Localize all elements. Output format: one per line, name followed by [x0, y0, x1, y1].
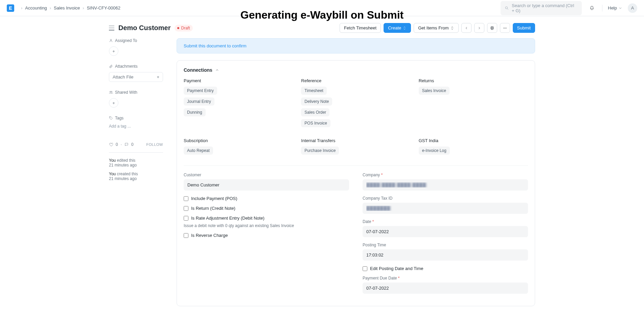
- submit-button[interactable]: Submit: [513, 23, 535, 33]
- divider: [109, 152, 163, 153]
- notifications-button[interactable]: [587, 3, 597, 13]
- add-assignee-button[interactable]: +: [109, 46, 118, 56]
- svg-point-11: [110, 117, 111, 118]
- app-logo[interactable]: E: [7, 4, 14, 12]
- date-input[interactable]: [363, 226, 528, 237]
- company-label: Company *: [363, 173, 528, 177]
- shared-with-label: Shared With: [109, 90, 163, 95]
- chip-einvoice-log[interactable]: e-Invoice Log: [419, 147, 450, 155]
- page-header: Demo Customer Draft Fetch Timesheet Crea…: [109, 23, 535, 33]
- is-rate-adj-label: Is Rate Adjustment Entry (Debit Note): [191, 216, 264, 221]
- breadcrumb-item[interactable]: SINV-CFY-00062: [87, 5, 120, 10]
- help-dropdown[interactable]: Help: [608, 5, 622, 10]
- paperclip-icon: [109, 64, 113, 68]
- company-tax-label: Company Tax ID: [363, 196, 528, 201]
- breadcrumb-item[interactable]: Accounting: [25, 5, 47, 10]
- rate-adj-help: Issue a debit note with 0 qty against an…: [184, 223, 349, 228]
- connections-reference: Reference Timesheet Delivery Note Sales …: [301, 78, 410, 130]
- chip-journal-entry[interactable]: Journal Entry: [184, 97, 214, 106]
- activity-item: You edited this 21 minutes ago: [109, 158, 163, 167]
- company-input[interactable]: [363, 179, 528, 191]
- connections-gst-india: GST India e-Invoice Log: [419, 138, 528, 157]
- connections-header[interactable]: Connections: [184, 67, 528, 73]
- next-button[interactable]: [474, 23, 484, 33]
- payment-due-label: Payment Due Date *: [363, 276, 528, 281]
- chip-delivery-note[interactable]: Delivery Note: [301, 97, 332, 106]
- chip-dunning[interactable]: Dunning: [184, 108, 206, 116]
- chevron-right-icon: [477, 26, 481, 30]
- assigned-to-label: Assigned To: [109, 38, 163, 43]
- prev-button[interactable]: [461, 23, 472, 33]
- posting-time-input[interactable]: [363, 249, 528, 261]
- breadcrumb: › Accounting › Sales Invoice › SINV-CFY-…: [18, 5, 120, 10]
- print-button[interactable]: [487, 23, 497, 33]
- add-share-button[interactable]: +: [109, 98, 118, 108]
- search-input[interactable]: Search or type a command (Ctrl + G): [501, 1, 582, 15]
- comment-icon[interactable]: [124, 142, 129, 147]
- main-content: Submit this document to confirm Connecti…: [177, 38, 535, 306]
- chip-purchase-invoice[interactable]: Purchase Invoice: [301, 147, 339, 155]
- include-payment-checkbox[interactable]: [184, 196, 188, 201]
- customer-input[interactable]: [184, 179, 349, 191]
- posting-time-label: Posting Time: [363, 243, 528, 247]
- chevron-down-icon: [618, 6, 622, 10]
- heart-icon[interactable]: [109, 142, 113, 147]
- plus-icon: +: [157, 74, 159, 80]
- chip-timesheet[interactable]: Timesheet: [301, 87, 327, 95]
- connections-title: Connections: [184, 67, 212, 73]
- edit-posting-checkbox[interactable]: [363, 266, 367, 271]
- payment-due-input[interactable]: [363, 283, 528, 294]
- activity-item: You created this 21 minutes ago: [109, 172, 163, 181]
- is-rate-adj-checkbox[interactable]: [184, 216, 188, 221]
- attach-file-button[interactable]: Attach File +: [109, 72, 163, 82]
- svg-point-5: [503, 28, 504, 28]
- is-return-checkbox[interactable]: [184, 206, 188, 211]
- chip-pos-invoice[interactable]: POS Invoice: [301, 119, 330, 127]
- get-items-label: Get Items From: [418, 25, 448, 30]
- add-tag-input[interactable]: Add a tag ...: [109, 124, 163, 129]
- is-reverse-checkbox[interactable]: [184, 233, 188, 238]
- chevron-left-icon: [464, 26, 468, 30]
- get-items-from-button[interactable]: Get Items From: [414, 23, 458, 33]
- breadcrumb-item[interactable]: Sales Invoice: [54, 5, 80, 10]
- comment-count: 0: [131, 142, 134, 147]
- sidebar: Assigned To + Attachments Attach File +: [109, 38, 163, 306]
- svg-point-0: [505, 6, 507, 8]
- info-banner: Submit this document to confirm: [177, 38, 535, 53]
- menu-button[interactable]: [500, 23, 510, 33]
- tags-label: Tags: [109, 116, 163, 120]
- create-button[interactable]: Create: [384, 23, 411, 33]
- like-count: 0: [116, 142, 118, 147]
- card: Connections Payment Payment Entry Journa…: [177, 60, 535, 306]
- follow-button[interactable]: FOLLOW: [146, 142, 163, 147]
- separator: [602, 5, 602, 12]
- bell-icon: [590, 6, 594, 10]
- conn-group-title: Returns: [419, 78, 528, 83]
- chip-sales-order[interactable]: Sales Order: [301, 108, 329, 116]
- tag-icon: [109, 116, 113, 120]
- svg-point-8: [110, 39, 112, 41]
- connections-internal-transfers: Internal Transfers Purchase Invoice: [301, 138, 410, 157]
- conn-group-title: GST India: [419, 138, 528, 143]
- chevron-up-down-icon: [402, 26, 407, 30]
- company-tax-input[interactable]: [363, 203, 528, 214]
- chip-payment-entry[interactable]: Payment Entry: [184, 87, 217, 95]
- sidebar-toggle-button[interactable]: [109, 26, 114, 30]
- svg-point-6: [505, 28, 505, 28]
- chip-sales-invoice[interactable]: Sales Invoice: [419, 87, 450, 95]
- conn-group-title: Internal Transfers: [301, 138, 410, 143]
- svg-line-1: [507, 8, 508, 9]
- connections-subscription: Subscription Auto Repeat: [184, 138, 293, 157]
- is-return-label: Is Return (Credit Note): [191, 206, 235, 211]
- conn-group-title: Subscription: [184, 138, 293, 143]
- page-overlay-title: Generating e-Waybill on Submit: [240, 9, 404, 21]
- user-avatar[interactable]: A: [628, 3, 637, 13]
- date-label: Date *: [363, 219, 528, 224]
- conn-group-title: Payment: [184, 78, 293, 83]
- search-placeholder: Search or type a command (Ctrl + G): [512, 3, 578, 13]
- chip-auto-repeat[interactable]: Auto Repeat: [184, 147, 213, 155]
- fetch-timesheet-button[interactable]: Fetch Timesheet: [340, 23, 381, 33]
- attach-file-label: Attach File: [113, 74, 133, 80]
- users-icon: [109, 90, 113, 94]
- svg-point-10: [111, 91, 112, 92]
